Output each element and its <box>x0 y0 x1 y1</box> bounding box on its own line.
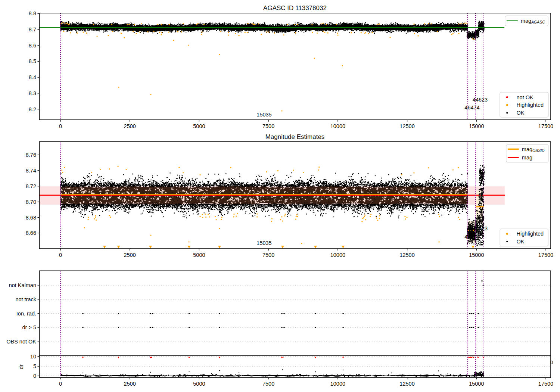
svg-text:8.74: 8.74 <box>26 168 36 174</box>
svg-text:8.6: 8.6 <box>29 43 36 49</box>
svg-text:0: 0 <box>59 123 62 129</box>
svg-text:dr > 5: dr > 5 <box>22 324 36 330</box>
svg-text:12500: 12500 <box>399 123 414 129</box>
svg-text:8.76: 8.76 <box>26 152 36 158</box>
svg-text:2500: 2500 <box>124 381 136 387</box>
svg-text:Ion. rad.: Ion. rad. <box>16 311 36 317</box>
svg-text:8.72: 8.72 <box>26 183 36 189</box>
svg-text:7500: 7500 <box>262 381 274 387</box>
svg-text:8.4: 8.4 <box>29 74 36 80</box>
svg-text:2500: 2500 <box>124 123 136 129</box>
svg-text:not OK: not OK <box>517 94 533 100</box>
svg-text:12500: 12500 <box>399 381 414 387</box>
svg-text:8.2: 8.2 <box>29 106 36 112</box>
svg-text:2500: 2500 <box>124 252 136 258</box>
svg-text:not track: not track <box>15 296 36 302</box>
svg-text:8.70: 8.70 <box>26 199 36 205</box>
svg-text:8.8: 8.8 <box>29 10 36 16</box>
svg-text:8.3: 8.3 <box>29 90 36 96</box>
svg-text:Magnitude Estimates: Magnitude Estimates <box>265 133 325 140</box>
svg-text:5000: 5000 <box>193 252 205 258</box>
svg-text:Highlighted: Highlighted <box>517 102 544 108</box>
svg-text:10: 10 <box>30 354 36 360</box>
svg-text:0: 0 <box>59 252 62 258</box>
svg-text:8.5: 8.5 <box>29 58 36 64</box>
svg-text:dr: dr <box>18 364 24 369</box>
svg-text:17500: 17500 <box>538 252 553 258</box>
svg-text:5000: 5000 <box>193 381 205 387</box>
svg-text:10000: 10000 <box>330 381 345 387</box>
svg-text:12500: 12500 <box>399 252 414 258</box>
svg-text:5: 5 <box>33 363 36 369</box>
svg-text:AGASC ID 113378032: AGASC ID 113378032 <box>263 4 327 12</box>
svg-text:0: 0 <box>33 373 36 379</box>
svg-text:OK: OK <box>517 110 525 116</box>
svg-text:5000: 5000 <box>193 123 205 129</box>
svg-text:44623: 44623 <box>473 97 488 103</box>
svg-text:15000: 15000 <box>469 381 484 387</box>
svg-text:mag: mag <box>522 155 532 161</box>
svg-text:OBS not OK: OBS not OK <box>6 339 36 345</box>
svg-text:10000: 10000 <box>330 123 345 129</box>
svg-text:8.66: 8.66 <box>26 230 36 236</box>
svg-text:17500: 17500 <box>538 381 553 387</box>
svg-text:8.7: 8.7 <box>29 27 36 32</box>
svg-text:not Kalman: not Kalman <box>9 282 36 288</box>
svg-text:7500: 7500 <box>262 252 274 258</box>
svg-text:15035: 15035 <box>256 240 271 246</box>
svg-text:7500: 7500 <box>262 123 274 129</box>
svg-text:Highlighted: Highlighted <box>517 231 544 237</box>
svg-text:15035: 15035 <box>256 112 271 118</box>
svg-text:0: 0 <box>59 381 62 387</box>
svg-text:8.68: 8.68 <box>26 215 36 221</box>
svg-text:46474: 46474 <box>464 105 479 111</box>
svg-text:0: 0 <box>550 360 553 365</box>
svg-text:10000: 10000 <box>330 252 345 258</box>
svg-text:OK: OK <box>517 239 525 245</box>
svg-text:17500: 17500 <box>538 123 553 129</box>
svg-text:15000: 15000 <box>469 123 484 129</box>
svg-text:15000: 15000 <box>469 252 484 258</box>
